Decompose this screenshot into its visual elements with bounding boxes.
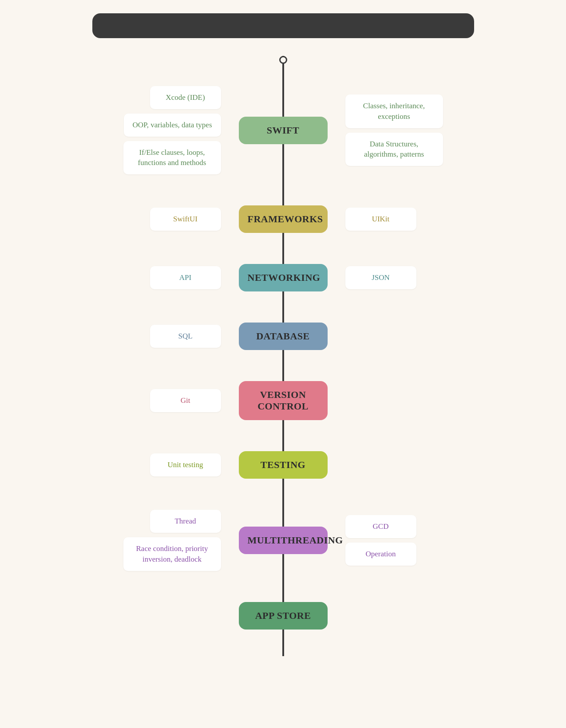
- left-area-networking: API: [70, 266, 221, 289]
- left-area-swift: Xcode (IDE)OOP, variables, data typesIf/…: [70, 86, 221, 174]
- timeline-row-version-control: GitVERSION CONTROL: [18, 372, 548, 429]
- right-item: Classes, inheritance, exceptions: [345, 94, 443, 128]
- center-node-frameworks: FRAMEWORKS: [239, 205, 328, 233]
- left-area-version-control: Git: [70, 389, 221, 412]
- left-item: SQL: [150, 325, 221, 348]
- left-item: Unit testing: [150, 453, 221, 476]
- center-node-multithreading: MULTITHREADING: [239, 527, 328, 554]
- center-node-swift: SWIFT: [239, 117, 328, 144]
- left-area-frameworks: SwiftUI: [70, 208, 221, 231]
- right-item: Data Structures, algorithms, patterns: [345, 133, 443, 166]
- timeline-row-networking: APINETWORKINGJSON: [18, 255, 548, 300]
- timeline-container: Xcode (IDE)OOP, variables, data typesIf/…: [18, 56, 548, 656]
- header-box: [92, 13, 474, 38]
- center-node-version-control: VERSION CONTROL: [239, 381, 328, 420]
- timeline-row-swift: Xcode (IDE)OOP, variables, data typesIf/…: [18, 77, 548, 183]
- right-item: JSON: [345, 266, 416, 289]
- timeline-row-app-store: APP STORE: [18, 593, 548, 638]
- timeline-row-testing: Unit testingTESTING: [18, 442, 548, 488]
- right-item: GCD: [345, 515, 416, 538]
- right-area-swift: Classes, inheritance, exceptionsData Str…: [345, 94, 496, 166]
- right-area-networking: JSON: [345, 266, 496, 289]
- left-area-multithreading: ThreadRace condition, priority inversion…: [70, 510, 221, 571]
- left-area-testing: Unit testing: [70, 453, 221, 476]
- center-node-app-store: APP STORE: [239, 602, 328, 630]
- left-item: Xcode (IDE): [150, 86, 221, 109]
- center-node-testing: TESTING: [239, 451, 328, 479]
- left-item: Race condition, priority inversion, dead…: [123, 537, 221, 571]
- left-item: Git: [150, 389, 221, 412]
- left-area-database: SQL: [70, 325, 221, 348]
- left-item: Thread: [150, 510, 221, 533]
- left-item: OOP, variables, data types: [124, 114, 221, 137]
- left-item: If/Else clauses, loops, functions and me…: [123, 141, 221, 175]
- left-item: API: [150, 266, 221, 289]
- timeline-row-multithreading: ThreadRace condition, priority inversion…: [18, 501, 548, 579]
- timeline-row-frameworks: SwiftUIFRAMEWORKSUIKit: [18, 197, 548, 242]
- timeline-start-circle: [279, 56, 287, 64]
- center-node-database: DATABASE: [239, 323, 328, 350]
- right-area-frameworks: UIKit: [345, 208, 496, 231]
- center-node-networking: NETWORKING: [239, 264, 328, 291]
- timeline-row-database: SQLDATABASE: [18, 314, 548, 359]
- right-item: UIKit: [345, 208, 416, 231]
- right-item: Operation: [345, 543, 416, 566]
- left-item: SwiftUI: [150, 208, 221, 231]
- right-area-multithreading: GCDOperation: [345, 515, 496, 566]
